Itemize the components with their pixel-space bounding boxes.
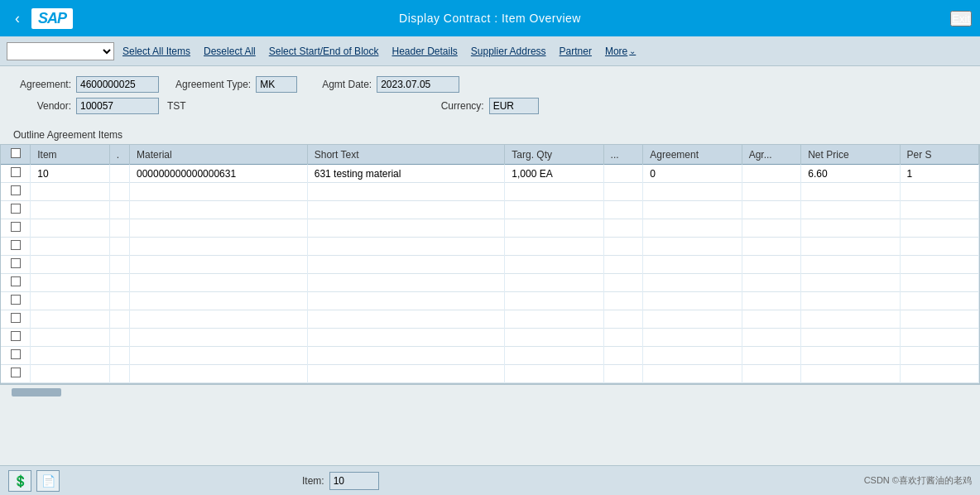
row-checkbox-icon[interactable]: [11, 258, 21, 268]
dollar-sign-icon: 💲: [13, 474, 27, 488]
table-row: [1, 219, 979, 238]
table-row: [1, 347, 979, 365]
row-checkbox-icon[interactable]: [11, 349, 21, 359]
deselect-all-button[interactable]: Deselect All: [199, 44, 261, 59]
vendor-field: Vendor: TST: [13, 98, 186, 114]
exit-button[interactable]: Exit: [950, 11, 972, 26]
row-checkbox-icon[interactable]: [11, 368, 21, 377]
agreement-type-label: Agreement Type:: [175, 79, 251, 90]
agreement-input[interactable]: [76, 76, 159, 93]
header-details-button[interactable]: Header Details: [387, 44, 462, 59]
footer: 💲 📄 Item: CSDN ©喜欢打酱油的老鸡: [0, 465, 980, 495]
row-shorttext: 631 testing material: [307, 165, 505, 183]
footer-item-field: Item:: [302, 472, 379, 490]
currency-label: Currency:: [435, 100, 484, 112]
row-item: 10: [31, 165, 109, 183]
row-agreement: 0: [643, 165, 742, 183]
table-row: [1, 274, 979, 292]
form-area: Agreement: Agreement Type: Agmt Date: Ve…: [0, 66, 980, 126]
agmt-date-field: Agmt Date:: [314, 76, 459, 93]
row-agr2: [742, 165, 801, 183]
row-dot: [109, 165, 129, 183]
row-checkbox-icon[interactable]: [11, 204, 21, 214]
page-title: Display Contract : Item Overview: [399, 12, 581, 25]
more-button[interactable]: More ⌄: [600, 44, 641, 59]
items-table: Item . Material Short Text Targ. Qty ...…: [1, 145, 979, 383]
col-header-dot: .: [109, 145, 129, 165]
agreement-type-input[interactable]: [256, 76, 297, 93]
row-checkbox-icon[interactable]: [11, 276, 21, 286]
footer-copyright: CSDN ©喜欢打酱油的老鸡: [864, 474, 972, 487]
footer-item-label: Item:: [302, 475, 324, 487]
agreement-type-field: Agreement Type:: [175, 76, 297, 93]
table-row: [1, 292, 979, 310]
form-row-2: Vendor: TST Currency:: [13, 98, 967, 114]
select-all-items-button[interactable]: Select All Items: [118, 44, 195, 59]
currency-input[interactable]: [489, 98, 539, 114]
row-checkbox-icon[interactable]: [11, 331, 21, 341]
col-header-agr2[interactable]: Agr...: [742, 145, 801, 165]
logo-area: ‹ SAP: [8, 7, 73, 31]
table-row: [1, 365, 979, 383]
col-header-dots: ...: [603, 145, 643, 165]
back-button[interactable]: ‹: [8, 7, 26, 31]
col-header-material[interactable]: Material: [129, 145, 307, 165]
table-row: [1, 183, 979, 201]
vendor-extra-text: TST: [167, 100, 186, 112]
sap-logo: SAP: [31, 8, 73, 29]
footer-item-input[interactable]: [329, 472, 379, 490]
col-header-check: [1, 145, 31, 165]
row-targqty: 1,000 EA: [505, 165, 603, 183]
table-row: [1, 310, 979, 329]
partner-button[interactable]: Partner: [555, 44, 597, 59]
table-row: [1, 329, 979, 347]
row-checkbox-icon[interactable]: [11, 167, 21, 177]
row-checkbox-icon[interactable]: [11, 222, 21, 232]
table-container: Item . Material Short Text Targ. Qty ...…: [0, 144, 980, 384]
document-icon: 📄: [41, 474, 55, 488]
table-row[interactable]: 10 000000000000000631 631 testing materi…: [1, 165, 979, 183]
row-per: 1: [900, 165, 979, 183]
table-row: [1, 201, 979, 219]
row-checkbox-icon[interactable]: [11, 240, 21, 250]
row-checkbox-icon[interactable]: [11, 185, 21, 195]
chevron-down-icon: ⌄: [629, 46, 636, 55]
agmt-date-label: Agmt Date:: [314, 79, 372, 90]
scroll-area: [0, 384, 980, 399]
vendor-label: Vendor:: [13, 100, 71, 112]
agreement-field: Agreement:: [13, 76, 159, 93]
row-checkbox-cell[interactable]: [1, 165, 31, 183]
row-checkbox-icon[interactable]: [11, 313, 21, 323]
header-checkbox-icon[interactable]: [11, 148, 21, 158]
table-row: [1, 256, 979, 274]
row-dots: [603, 165, 643, 183]
header-bar: ‹ SAP Display Contract : Item Overview E…: [0, 0, 980, 36]
col-header-netprice[interactable]: Net Price: [801, 145, 900, 165]
col-header-agreement[interactable]: Agreement: [643, 145, 742, 165]
table-header-row: Item . Material Short Text Targ. Qty ...…: [1, 145, 979, 165]
toolbar: Select All Items Deselect All Select Sta…: [0, 36, 980, 66]
table-row: [1, 238, 979, 256]
vendor-input[interactable]: [76, 98, 159, 114]
row-checkbox-icon[interactable]: [11, 295, 21, 305]
horizontal-scrollbar[interactable]: [12, 388, 61, 396]
section-title: Outline Agreement Items: [0, 126, 980, 144]
supplier-address-button[interactable]: Supplier Address: [466, 44, 551, 59]
col-header-item[interactable]: Item: [31, 145, 109, 165]
select-start-end-button[interactable]: Select Start/End of Block: [264, 44, 384, 59]
col-header-targqty[interactable]: Targ. Qty: [505, 145, 603, 165]
row-netprice: 6.60: [801, 165, 900, 183]
footer-icon-button-1[interactable]: 💲: [8, 470, 31, 492]
footer-icon-button-2[interactable]: 📄: [36, 470, 60, 492]
col-header-per[interactable]: Per S: [900, 145, 979, 165]
footer-icons: 💲 📄: [8, 470, 60, 492]
agmt-date-input[interactable]: [377, 76, 459, 93]
form-row-1: Agreement: Agreement Type: Agmt Date:: [13, 76, 967, 93]
agreement-label: Agreement:: [13, 79, 71, 90]
currency-field: Currency:: [435, 98, 539, 114]
row-material: 000000000000000631: [129, 165, 307, 183]
col-header-shorttext[interactable]: Short Text: [307, 145, 505, 165]
toolbar-select[interactable]: [7, 42, 114, 60]
